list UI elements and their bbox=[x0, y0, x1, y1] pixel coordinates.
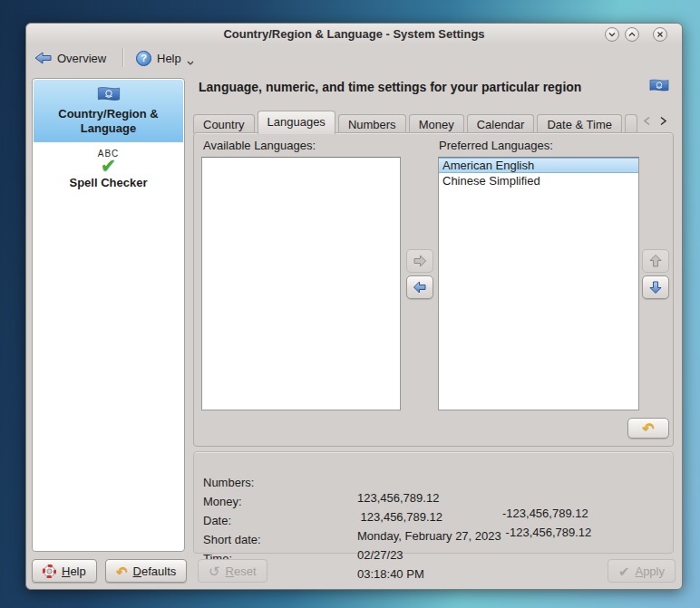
overview-label: Overview bbox=[57, 52, 106, 65]
chevron-right-icon bbox=[659, 116, 667, 126]
tab-languages[interactable]: Languages bbox=[258, 111, 335, 134]
preferred-languages-label: Preferred Languages: bbox=[439, 139, 553, 152]
chevron-left-icon bbox=[643, 116, 651, 126]
tab-numbers[interactable]: Numbers bbox=[338, 114, 406, 133]
arrow-up-icon bbox=[648, 254, 663, 268]
list-item[interactable]: American English bbox=[439, 158, 638, 173]
chevron-down-icon bbox=[608, 30, 617, 39]
chevron-down-icon bbox=[187, 61, 194, 65]
close-icon bbox=[656, 30, 665, 39]
tab-clipped[interactable] bbox=[625, 114, 637, 133]
move-up-button[interactable] bbox=[642, 249, 669, 273]
remove-language-button[interactable] bbox=[406, 275, 433, 299]
apply-button[interactable]: ✔ Apply bbox=[608, 559, 676, 583]
examples-panel: Numbers: 123,456,789.12 -123,456,789.12 … bbox=[193, 451, 674, 554]
close-button[interactable] bbox=[653, 27, 667, 42]
arrow-down-icon bbox=[648, 280, 663, 294]
undo-icon: ↶ bbox=[116, 565, 128, 578]
help-button[interactable]: Help bbox=[32, 559, 97, 583]
tab-country[interactable]: Country bbox=[193, 114, 255, 133]
minimize-button[interactable] bbox=[605, 27, 619, 42]
example-value: 03:18:40 PM bbox=[357, 566, 424, 582]
undo-icon: ↶ bbox=[642, 422, 654, 435]
defaults-button[interactable]: ↶ Defaults bbox=[105, 559, 187, 583]
check-icon: ✔ bbox=[618, 565, 630, 578]
add-language-button[interactable] bbox=[406, 249, 433, 273]
sidebar: Country/Region & Language ABC ✔ Spell Ch… bbox=[32, 78, 185, 552]
toolbar-separator bbox=[122, 48, 124, 67]
un-flag-icon bbox=[97, 86, 121, 102]
tab-scroll-right-button[interactable] bbox=[656, 116, 670, 126]
example-row: Numbers: 123,456,789.12 -123,456,789.12 bbox=[194, 459, 673, 475]
tab-date-time[interactable]: Date & Time bbox=[537, 114, 622, 133]
check-icon: ✔ bbox=[34, 157, 183, 175]
un-flag-icon bbox=[649, 78, 669, 93]
defaults-button-label: Defaults bbox=[133, 565, 177, 578]
spell-checker-icon: ABC ✔ bbox=[34, 150, 183, 175]
overview-button[interactable]: Overview bbox=[30, 47, 111, 69]
sidebar-item-country-region-language[interactable]: Country/Region & Language bbox=[34, 80, 183, 142]
list-item[interactable]: Chinese Simplified bbox=[439, 173, 638, 188]
example-row: Short date: 02/27/23 bbox=[194, 516, 673, 532]
sidebar-item-label: Country/Region & Language bbox=[34, 105, 183, 136]
reset-button-label: Reset bbox=[226, 565, 257, 578]
titlebar[interactable]: Country/Region & Language - System Setti… bbox=[26, 24, 682, 44]
maximize-button[interactable] bbox=[625, 27, 639, 42]
chevron-up-icon bbox=[627, 30, 637, 39]
help-button-label: Help bbox=[62, 565, 86, 578]
example-row: Date: Monday, February 27, 2023 bbox=[194, 497, 673, 513]
example-row: Money: 123,456,789.12 -123,456,789.12 bbox=[194, 478, 673, 494]
tab-bar: Country Languages Numbers Money Calendar… bbox=[193, 111, 674, 133]
arrow-right-icon bbox=[413, 254, 427, 268]
available-languages-label: Available Languages: bbox=[203, 139, 316, 152]
undo-button[interactable]: ↶ bbox=[627, 418, 669, 439]
reset-button[interactable]: ↺ Reset bbox=[198, 559, 267, 583]
arrow-left-icon bbox=[413, 280, 427, 294]
sidebar-item-spell-checker[interactable]: ABC ✔ Spell Checker bbox=[34, 146, 183, 202]
available-languages-list[interactable] bbox=[201, 157, 401, 410]
tab-calendar[interactable]: Calendar bbox=[467, 114, 535, 133]
tab-scroll-left-button[interactable] bbox=[640, 116, 654, 126]
apply-button-label: Apply bbox=[635, 565, 665, 578]
reset-icon: ↺ bbox=[209, 565, 220, 578]
back-arrow-icon bbox=[34, 52, 52, 64]
system-settings-window: Country/Region & Language - System Setti… bbox=[25, 23, 683, 590]
help-menu-button[interactable]: ? Help bbox=[131, 47, 199, 69]
help-icon: ? bbox=[136, 51, 151, 66]
tab-money[interactable]: Money bbox=[409, 114, 464, 133]
life-ring-icon bbox=[43, 565, 56, 578]
window-title: Country/Region & Language - System Setti… bbox=[26, 27, 682, 41]
preferred-languages-list[interactable]: American English Chinese Simplified bbox=[438, 157, 639, 410]
languages-panel: Available Languages: Preferred Languages… bbox=[193, 132, 674, 447]
move-down-button[interactable] bbox=[642, 275, 669, 299]
page-title: Language, numeric, and time settings for… bbox=[199, 80, 645, 94]
example-row: Time: 03:18:40 PM bbox=[194, 536, 673, 551]
sidebar-item-label: Spell Checker bbox=[34, 175, 183, 190]
help-label: Help bbox=[157, 52, 181, 65]
